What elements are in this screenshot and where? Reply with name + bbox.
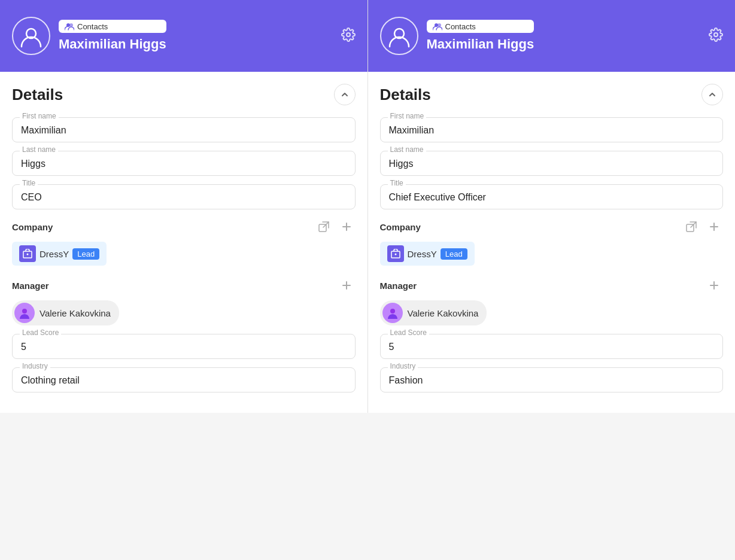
right-last-name-label: Last name: [388, 145, 426, 154]
svg-point-2: [69, 23, 73, 27]
left-title-field[interactable]: Title CEO: [12, 184, 356, 209]
svg-point-10: [438, 23, 441, 27]
left-company-row: Company: [12, 218, 356, 236]
left-last-name-label: Last name: [20, 145, 58, 154]
left-last-name-field[interactable]: Last name Higgs: [12, 151, 356, 176]
left-lead-score-label: Lead Score: [20, 328, 61, 337]
left-contacts-badge[interactable]: Contacts: [59, 20, 166, 33]
left-industry-value: Clothing retail: [21, 373, 347, 386]
right-company-icon: [387, 245, 404, 262]
left-collapse-button[interactable]: [334, 84, 356, 105]
svg-point-7: [22, 309, 27, 314]
right-manager-row: Manager: [380, 276, 724, 294]
left-company-label: Company: [12, 222, 53, 232]
right-details-section: Details First name Maximilian Last name …: [368, 72, 736, 413]
left-avatar: [12, 17, 50, 55]
left-manager-name: Valerie Kakovkina: [40, 308, 111, 318]
left-details-title: Details: [12, 86, 63, 104]
right-industry-field[interactable]: Industry Fashion: [380, 367, 724, 392]
svg-point-11: [714, 33, 718, 36]
right-details-header: Details: [380, 84, 724, 105]
left-company-add-button[interactable]: [338, 218, 356, 236]
right-header-info: Contacts Maximilian Higgs: [427, 20, 534, 52]
right-company-name: DressY: [408, 249, 437, 259]
left-title-label: Title: [20, 179, 38, 187]
right-title-label: Title: [388, 179, 406, 187]
left-first-name-field[interactable]: First name Maximilian: [12, 117, 356, 142]
right-last-name-value: Higgs: [389, 156, 715, 169]
left-contact-name: Maximilian Higgs: [59, 36, 166, 52]
right-industry-label: Industry: [388, 362, 418, 370]
left-manager-tag-wrapper: Valerie Kakovkina: [12, 300, 356, 325]
left-gear-icon[interactable]: [341, 28, 356, 44]
right-collapse-button[interactable]: [701, 84, 723, 105]
right-gear-icon[interactable]: [709, 28, 723, 44]
right-manager-add-button[interactable]: [705, 276, 723, 294]
svg-point-6: [27, 254, 29, 255]
right-title-field[interactable]: Title Chief Executive Officer: [380, 184, 724, 209]
left-title-value: CEO: [21, 190, 347, 203]
right-last-name-field[interactable]: Last name Higgs: [380, 151, 724, 176]
left-lead-score-value: 5: [21, 339, 347, 352]
right-industry-value: Fashion: [389, 373, 715, 386]
svg-point-14: [394, 254, 396, 255]
left-industry-field[interactable]: Industry Clothing retail: [12, 367, 356, 392]
left-company-name: DressY: [40, 249, 69, 259]
right-contact-name: Maximilian Higgs: [427, 36, 534, 52]
right-company-row: Company: [380, 218, 724, 236]
right-manager-tag-wrapper: Valerie Kakovkina: [380, 300, 724, 325]
right-company-add-button[interactable]: [705, 218, 723, 236]
left-first-name-label: First name: [20, 112, 59, 120]
left-company-actions: [315, 218, 356, 236]
left-lead-badge: Lead: [72, 248, 99, 260]
right-manager-name: Valerie Kakovkina: [408, 308, 479, 318]
right-header: Contacts Maximilian Higgs: [368, 0, 736, 72]
left-details-section: Details First name Maximilian Last name …: [0, 72, 368, 413]
left-manager-avatar: [14, 303, 35, 323]
left-header-left: Contacts Maximilian Higgs: [12, 17, 166, 55]
right-first-name-field[interactable]: First name Maximilian: [380, 117, 724, 142]
left-lead-score-field[interactable]: Lead Score 5: [12, 334, 356, 359]
left-contacts-label: Contacts: [77, 22, 108, 31]
right-company-tag[interactable]: DressY Lead: [380, 242, 475, 266]
left-panel: Contacts Maximilian Higgs Details: [0, 0, 368, 413]
right-company-actions: [682, 218, 723, 236]
right-manager-tag[interactable]: Valerie Kakovkina: [380, 300, 487, 325]
right-title-value: Chief Executive Officer: [389, 190, 715, 203]
right-contacts-badge[interactable]: Contacts: [427, 20, 534, 33]
left-manager-label: Manager: [12, 281, 49, 291]
right-lead-score-label: Lead Score: [388, 328, 429, 337]
left-header-info: Contacts Maximilian Higgs: [59, 20, 166, 52]
right-contacts-label: Contacts: [445, 22, 476, 31]
right-first-name-value: Maximilian: [389, 123, 715, 136]
right-lead-score-value: 5: [389, 339, 715, 352]
right-company-external-link-button[interactable]: [682, 218, 700, 236]
left-header: Contacts Maximilian Higgs: [0, 0, 368, 72]
svg-point-3: [347, 33, 350, 36]
left-manager-add-button[interactable]: [338, 276, 356, 294]
right-manager-avatar: [382, 303, 403, 323]
right-lead-badge: Lead: [441, 248, 467, 260]
right-panel: Contacts Maximilian Higgs Details: [368, 0, 736, 413]
left-industry-label: Industry: [20, 362, 50, 370]
right-details-title: Details: [380, 86, 431, 104]
right-header-left: Contacts Maximilian Higgs: [380, 17, 534, 55]
left-first-name-value: Maximilian: [21, 123, 347, 136]
left-manager-tag[interactable]: Valerie Kakovkina: [12, 300, 119, 325]
right-avatar: [380, 17, 418, 55]
left-manager-row: Manager: [12, 276, 356, 294]
right-lead-score-field[interactable]: Lead Score 5: [380, 334, 724, 359]
right-first-name-label: First name: [388, 112, 427, 120]
svg-point-15: [390, 309, 395, 314]
left-last-name-value: Higgs: [21, 156, 347, 169]
left-details-header: Details: [12, 84, 356, 105]
right-company-label: Company: [380, 222, 421, 232]
left-company-icon: [19, 245, 36, 262]
left-company-external-link-button[interactable]: [315, 218, 333, 236]
right-manager-label: Manager: [380, 281, 417, 291]
left-company-tag[interactable]: DressY Lead: [12, 242, 107, 266]
